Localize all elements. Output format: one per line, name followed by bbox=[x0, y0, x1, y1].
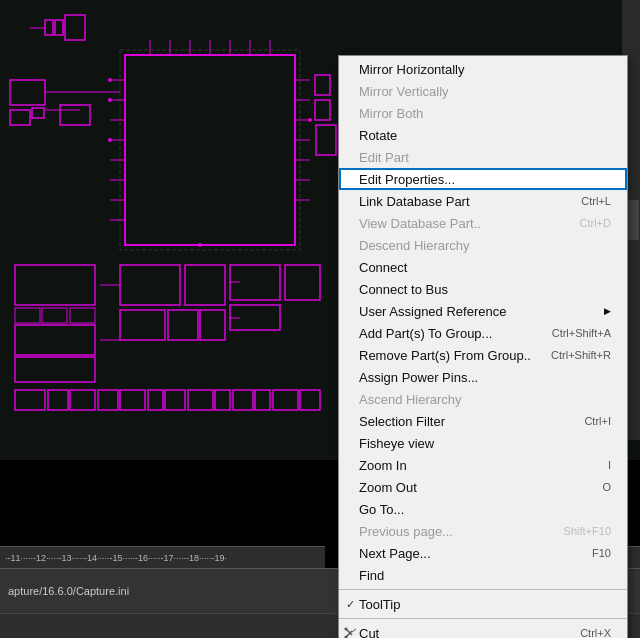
shortcut-next-page: F10 bbox=[592, 547, 611, 559]
menu-label-previous-page: Previous page... bbox=[359, 524, 453, 539]
menu-item-link-database-part[interactable]: Link Database Part Ctrl+L bbox=[339, 190, 627, 212]
menu-item-mirror-both[interactable]: Mirror Both bbox=[339, 102, 627, 124]
check-icon: ✓ bbox=[343, 597, 357, 611]
menu-label-mirror-horizontally: Mirror Horizontally bbox=[359, 62, 464, 77]
menu-item-descend-hierarchy[interactable]: Descend Hierarchy bbox=[339, 234, 627, 256]
menu-item-zoom-out[interactable]: Zoom Out O bbox=[339, 476, 627, 498]
svg-point-74 bbox=[308, 118, 312, 122]
svg-point-75 bbox=[198, 243, 202, 247]
menu-label-connect-to-bus: Connect to Bus bbox=[359, 282, 448, 297]
menu-item-add-parts-to-group[interactable]: Add Part(s) To Group... Ctrl+Shift+A bbox=[339, 322, 627, 344]
menu-item-rotate[interactable]: Rotate bbox=[339, 124, 627, 146]
svg-point-71 bbox=[108, 78, 112, 82]
menu-label-zoom-out: Zoom Out bbox=[359, 480, 417, 495]
menu-label-selection-filter: Selection Filter bbox=[359, 414, 445, 429]
menu-item-fisheye-view[interactable]: Fisheye view bbox=[339, 432, 627, 454]
svg-point-81 bbox=[345, 628, 348, 631]
context-menu: Mirror Horizontally Mirror Vertically Mi… bbox=[338, 55, 628, 638]
menu-label-go-to: Go To... bbox=[359, 502, 404, 517]
separator-1 bbox=[339, 589, 627, 590]
menu-label-tooltip: ToolTip bbox=[359, 597, 400, 612]
menu-label-edit-properties: Edit Properties... bbox=[359, 172, 455, 187]
menu-label-descend-hierarchy: Descend Hierarchy bbox=[359, 238, 470, 253]
menu-item-go-to[interactable]: Go To... bbox=[339, 498, 627, 520]
menu-item-find[interactable]: Find bbox=[339, 564, 627, 586]
menu-label-assign-power-pins: Assign Power Pins... bbox=[359, 370, 478, 385]
menu-item-connect[interactable]: Connect bbox=[339, 256, 627, 278]
shortcut-zoom-out: O bbox=[602, 481, 611, 493]
menu-item-cut[interactable]: Cut Ctrl+X bbox=[339, 622, 627, 638]
shortcut-remove-parts-from-group: Ctrl+Shift+R bbox=[551, 349, 611, 361]
menu-item-previous-page[interactable]: Previous page... Shift+F10 bbox=[339, 520, 627, 542]
menu-item-selection-filter[interactable]: Selection Filter Ctrl+I bbox=[339, 410, 627, 432]
menu-label-zoom-in: Zoom In bbox=[359, 458, 407, 473]
menu-item-zoom-in[interactable]: Zoom In I bbox=[339, 454, 627, 476]
menu-label-connect: Connect bbox=[359, 260, 407, 275]
svg-point-72 bbox=[108, 98, 112, 102]
menu-item-user-assigned-reference[interactable]: User Assigned Reference ▶ bbox=[339, 300, 627, 322]
menu-label-edit-part: Edit Part bbox=[359, 150, 409, 165]
shortcut-zoom-in: I bbox=[608, 459, 611, 471]
file-path-label: apture/16.6.0/Capture.ini bbox=[8, 585, 129, 597]
menu-item-next-page[interactable]: Next Page... F10 bbox=[339, 542, 627, 564]
menu-label-ascend-hierarchy: Ascend Hierarchy bbox=[359, 392, 462, 407]
menu-label-link-database-part: Link Database Part bbox=[359, 194, 470, 209]
menu-item-connect-to-bus[interactable]: Connect to Bus bbox=[339, 278, 627, 300]
shortcut-link-database-part: Ctrl+L bbox=[581, 195, 611, 207]
menu-item-tooltip[interactable]: ✓ ToolTip bbox=[339, 593, 627, 615]
menu-item-edit-properties[interactable]: Edit Properties... bbox=[339, 168, 627, 190]
menu-label-cut: Cut bbox=[359, 626, 379, 639]
cut-icon bbox=[343, 626, 357, 638]
menu-label-remove-parts-from-group: Remove Part(s) From Group.. bbox=[359, 348, 531, 363]
menu-label-rotate: Rotate bbox=[359, 128, 397, 143]
svg-line-82 bbox=[352, 629, 356, 632]
submenu-arrow-user-assigned-reference: ▶ bbox=[604, 306, 611, 316]
menu-item-remove-parts-from-group[interactable]: Remove Part(s) From Group.. Ctrl+Shift+R bbox=[339, 344, 627, 366]
menu-label-add-parts-to-group: Add Part(s) To Group... bbox=[359, 326, 492, 341]
menu-item-mirror-horizontally[interactable]: Mirror Horizontally bbox=[339, 58, 627, 80]
menu-label-mirror-both: Mirror Both bbox=[359, 106, 423, 121]
shortcut-view-database-part: Ctrl+D bbox=[580, 217, 611, 229]
menu-label-user-assigned-reference: User Assigned Reference bbox=[359, 304, 506, 319]
menu-item-assign-power-pins[interactable]: Assign Power Pins... bbox=[339, 366, 627, 388]
shortcut-selection-filter: Ctrl+I bbox=[584, 415, 611, 427]
menu-item-edit-part[interactable]: Edit Part bbox=[339, 146, 627, 168]
ruler-ticks: ·-11·····-12·····-13·····-14·····-15····… bbox=[0, 553, 227, 563]
menu-label-find: Find bbox=[359, 568, 384, 583]
menu-item-mirror-vertically[interactable]: Mirror Vertically bbox=[339, 80, 627, 102]
menu-item-view-database-part[interactable]: View Database Part.. Ctrl+D bbox=[339, 212, 627, 234]
shortcut-add-parts-to-group: Ctrl+Shift+A bbox=[552, 327, 611, 339]
menu-label-mirror-vertically: Mirror Vertically bbox=[359, 84, 449, 99]
menu-label-view-database-part: View Database Part.. bbox=[359, 216, 481, 231]
svg-point-73 bbox=[108, 138, 112, 142]
menu-label-next-page: Next Page... bbox=[359, 546, 431, 561]
menu-item-ascend-hierarchy[interactable]: Ascend Hierarchy bbox=[339, 388, 627, 410]
ruler-bar: ·-11·····-12·····-13·····-14·····-15····… bbox=[0, 546, 325, 568]
shortcut-previous-page: Shift+F10 bbox=[564, 525, 611, 537]
shortcut-cut: Ctrl+X bbox=[580, 627, 611, 638]
menu-label-fisheye-view: Fisheye view bbox=[359, 436, 434, 451]
separator-2 bbox=[339, 618, 627, 619]
